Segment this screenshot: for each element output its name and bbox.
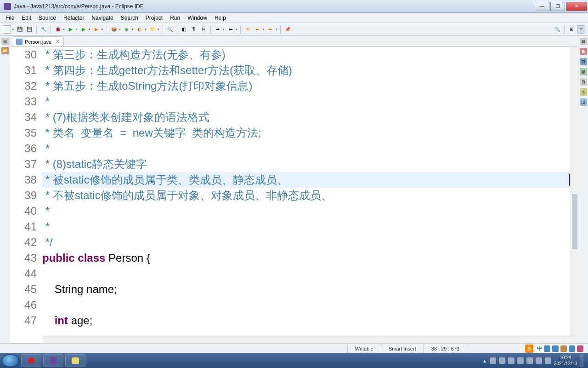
ime-settings-icon[interactable] [577,345,583,352]
save-button[interactable]: 💾 [16,25,24,34]
save-all-button[interactable]: 💾 [25,25,34,34]
windows-taskbar: ▲ 10:24 2021/12/13 [0,353,588,368]
tab-close-icon[interactable]: ✕ [56,39,60,45]
outline-overview-icon[interactable]: ⊡ [580,58,587,65]
prev-annotation-button[interactable]: ⬅ [226,25,235,34]
start-button[interactable] [2,354,19,367]
horizontal-scrollbar[interactable] [42,336,578,343]
debug-button[interactable]: 🐞 [54,25,62,34]
ime-mic-icon[interactable] [552,345,559,352]
tray-expand-icon[interactable]: ▲ [482,358,487,363]
menu-project[interactable]: Project [142,14,166,22]
taskbar-clock[interactable]: 10:24 2021/12/13 [554,355,577,367]
restore-right-icon[interactable]: ⊟ [580,38,587,45]
new-class-button[interactable]: ◉ [123,25,131,34]
tray-icon-5[interactable] [526,357,533,364]
ime-skin-icon[interactable] [569,345,575,352]
line-number-gutter: 303132333435363738394041424344454647 [10,47,42,336]
tray-icon-3[interactable] [508,357,514,364]
taskbar-explorer-button[interactable] [65,354,85,367]
code-line[interactable]: * 第三步：生成构造方法(无参、有参) [42,47,571,63]
outline-icon[interactable]: ◫ [580,98,587,106]
code-editor[interactable]: 303132333435363738394041424344454647 * 第… [10,47,578,336]
new-source-folder-button[interactable]: 📁 [148,25,157,34]
code-line[interactable]: */ [42,235,571,250]
toggle-mark-button[interactable]: ◧ [180,25,188,34]
eclipse-icon [4,3,11,10]
menu-refactor[interactable]: Refactor [60,14,88,22]
close-button[interactable]: ✕ [566,2,587,11]
code-line[interactable]: int age; [42,313,571,328]
window-title: Java - Java1213/src/com/a/Person.java - … [14,3,144,10]
minimize-button[interactable]: — [535,2,549,11]
tray-icon-2[interactable] [499,357,505,364]
ime-punct-icon[interactable] [544,345,550,352]
code-line[interactable]: * 不被static修饰的成员属于对象、对象成员、非静态成员、 [42,188,571,203]
sogou-ime-icon[interactable]: S [525,345,533,353]
search-button[interactable]: 🔍 [166,25,174,34]
code-line[interactable]: * 第五步：生成toString方法(打印对象信息) [42,78,571,94]
tray-icon-6[interactable] [536,357,542,364]
minimize-right-icon[interactable]: ⊟ [580,78,587,86]
maximize-button[interactable]: ❐ [550,2,565,11]
new-package-button[interactable]: 📦 [110,25,118,34]
run-button[interactable]: ▶ [67,25,75,34]
menu-run[interactable]: Run [166,14,184,22]
menu-window[interactable]: Window [184,14,211,22]
code-content[interactable]: * 第三步：生成构造方法(无参、有参) * 第四步：生成getter方法和set… [42,47,571,336]
taskbar-record-button[interactable] [21,354,41,367]
code-line[interactable]: * [42,141,571,156]
task-list-icon[interactable]: 📋 [580,48,587,55]
next-annotation-button[interactable]: ➡ [214,25,222,34]
show-whitespace-button[interactable]: ⎘ [199,25,208,34]
menu-edit[interactable]: Edit [18,14,35,22]
menu-file[interactable]: File [2,14,18,22]
code-line[interactable]: * [42,203,571,219]
right-trim-bar: ⊟ 📋 ⊡ @ ⊟ ⚠ ◫ [578,36,588,343]
show-desktop-button[interactable] [580,354,583,367]
code-line[interactable] [42,266,571,282]
clock-date: 2021/12/13 [554,361,577,367]
code-line[interactable]: String name; [42,282,571,297]
menu-help[interactable]: Help [211,14,230,22]
problems-icon[interactable]: ⚠ [580,88,587,96]
window-titlebar: Java - Java1213/src/com/a/Person.java - … [0,0,588,13]
menu-source[interactable]: Source [35,14,60,22]
code-line[interactable] [42,297,571,313]
taskbar-eclipse-button[interactable] [43,354,63,367]
code-line[interactable]: * [42,219,571,235]
menu-navigate[interactable]: Navigate [88,14,117,22]
last-edit-button[interactable]: ⟲ [243,25,252,34]
menu-search[interactable]: Search [117,14,142,22]
run-last-button[interactable]: ▶ [92,25,101,34]
vertical-scrollbar[interactable] [571,47,578,336]
tray-icon-1[interactable] [490,357,496,364]
open-perspective-button[interactable]: ⊞ [567,25,576,34]
editor-tab[interactable]: Person.java ✕ [12,36,64,46]
system-tray: ▲ 10:24 2021/12/13 [482,354,586,367]
coverage-button[interactable]: ▶ [79,25,88,34]
code-line[interactable]: public class Person { [42,250,571,266]
tray-icon-7[interactable] [545,357,551,364]
code-line[interactable]: * [42,94,571,109]
code-line[interactable]: * 第四步：生成getter方法和setter方法(获取、存储) [42,63,571,78]
code-line[interactable]: * (8)static静态关键字 [42,156,571,172]
java-perspective-button[interactable]: ☕ [577,25,585,34]
pin-editor-button[interactable]: 📌 [283,25,292,34]
ime-keyboard-icon[interactable] [560,345,567,352]
quick-access-icon[interactable]: 🔍 [553,25,561,34]
restore-view-icon[interactable]: ⊟ [1,38,9,45]
code-line[interactable]: * 被static修饰的成员属于类、类成员、静态成员、 [42,172,571,188]
forward-button[interactable]: ➡ [266,25,274,34]
ime-toolbar[interactable]: 中 [535,344,585,353]
code-line[interactable]: * (7)根据类来创建对象的语法格式 [42,109,571,125]
package-explorer-icon[interactable]: 📁 [1,47,9,54]
code-line[interactable]: * 类名 变量名 = new关键字 类的构造方法; [42,125,571,141]
new-button[interactable]: 📄 [3,25,11,34]
open-type-button[interactable]: 🔧 [40,25,48,34]
tray-icon-4[interactable] [517,357,524,364]
back-button[interactable]: ⬅ [253,25,261,34]
toggle-block-button[interactable]: ¶ [190,25,198,34]
outline-icon-2[interactable]: @ [580,68,587,75]
new-annotation-button[interactable]: ◐ [136,25,144,34]
